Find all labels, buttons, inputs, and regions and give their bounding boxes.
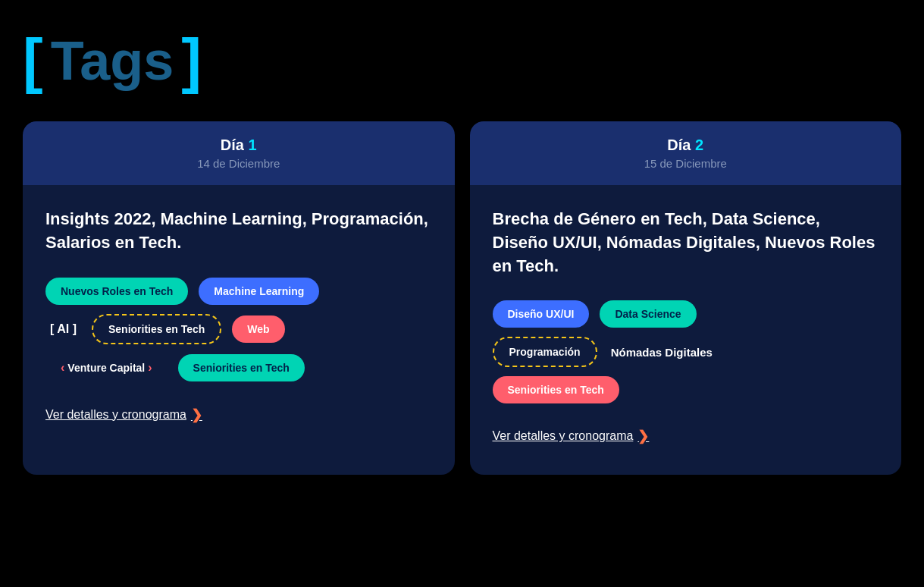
- tag-machine-learning[interactable]: Machine Learning: [199, 278, 319, 305]
- tag-seniorities-2[interactable]: Seniorities en Tech: [178, 354, 305, 381]
- day1-card: Día 1 14 de Diciembre Insights 2022, Mac…: [23, 121, 455, 475]
- day2-tags-row1: Diseño UX/UI Data Science: [493, 300, 879, 328]
- day1-link-label: Ver detalles y cronograma: [45, 408, 186, 422]
- tag-seniorities-day2[interactable]: Seniorities en Tech: [493, 376, 619, 403]
- day1-title: Día 1: [38, 137, 440, 154]
- day2-date: 15 de Diciembre: [485, 157, 887, 170]
- bracket-left-icon: [: [23, 30, 43, 91]
- bracket-right-icon: ]: [181, 30, 202, 91]
- day2-arrow-icon: ❯: [637, 428, 649, 444]
- chevron-left-icon: ‹: [61, 361, 64, 375]
- day1-arrow-icon: ❯: [191, 407, 202, 423]
- day1-body: Insights 2022, Machine Learning, Program…: [23, 185, 455, 431]
- page-header: [ Tags ]: [15, 15, 909, 114]
- tag-nuevos-roles[interactable]: Nuevos Roles en Tech: [45, 278, 188, 305]
- tag-venture-capital[interactable]: ‹ Venture Capital ›: [45, 353, 168, 382]
- page-title: Tags: [51, 33, 174, 88]
- tag-diseno-ux[interactable]: Diseño UX/UI: [493, 300, 590, 328]
- tag-data-science[interactable]: Data Science: [600, 300, 696, 328]
- day2-link-label: Ver detalles y cronograma: [493, 429, 634, 443]
- day2-title: Día 2: [485, 137, 887, 154]
- venture-capital-label: Venture Capital: [67, 362, 145, 374]
- day2-tags-row3: Seniorities en Tech: [493, 376, 879, 403]
- day1-tags-row1: Nuevos Roles en Tech Machine Learning: [45, 278, 432, 305]
- tag-seniorities-1[interactable]: Seniorities en Tech: [92, 314, 221, 344]
- day2-number: 2: [695, 137, 703, 153]
- day2-header: Día 2 15 de Diciembre: [470, 121, 902, 185]
- day2-link[interactable]: Ver detalles y cronograma ❯: [493, 413, 879, 444]
- day2-body: Brecha de Género en Tech, Data Science, …: [470, 185, 902, 452]
- tag-ai[interactable]: [ AI ]: [45, 316, 81, 342]
- day2-description: Brecha de Género en Tech, Data Science, …: [493, 208, 879, 278]
- day1-tags-row2: [ AI ] Seniorities en Tech Web: [45, 314, 432, 344]
- tag-nomadas[interactable]: Nómadas Digitales: [608, 340, 716, 365]
- day1-description: Insights 2022, Machine Learning, Program…: [45, 208, 432, 255]
- day2-card: Día 2 15 de Diciembre Brecha de Género e…: [470, 121, 902, 475]
- tag-programacion[interactable]: Programación: [493, 337, 597, 367]
- chevron-right-icon: ›: [148, 361, 152, 375]
- day2-tags-row2: Programación Nómadas Digitales: [493, 337, 879, 367]
- cards-container: Día 1 14 de Diciembre Insights 2022, Mac…: [15, 114, 909, 482]
- day1-number: 1: [249, 137, 257, 153]
- day1-link[interactable]: Ver detalles y cronograma ❯: [45, 391, 432, 423]
- day1-header: Día 1 14 de Diciembre: [23, 121, 455, 185]
- day1-date: 14 de Diciembre: [38, 157, 440, 170]
- day1-tags-row3: ‹ Venture Capital › Seniorities en Tech: [45, 353, 432, 382]
- tag-web[interactable]: Web: [232, 315, 284, 343]
